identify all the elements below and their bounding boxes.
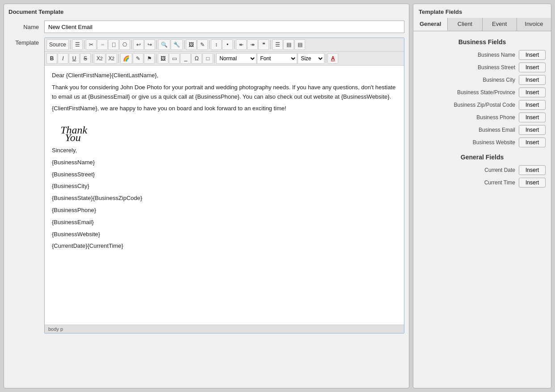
field-row-current-time: Current Time Insert xyxy=(419,178,546,188)
sep6 xyxy=(209,40,210,49)
editor-container: Source ☰ ✂ ⎓ ⎕ ⎔ ↩ ↪ 🔍 🔧 🖼 ✎ ↕ xyxy=(44,38,404,334)
sep9 xyxy=(92,54,92,63)
source-label: Source xyxy=(49,42,66,48)
indent-btn[interactable]: ↠ xyxy=(247,39,258,50)
signature-icon: Thank You xyxy=(52,116,119,143)
image-btn[interactable]: 🖼 xyxy=(186,39,197,50)
strikethrough-btn[interactable]: S xyxy=(80,53,91,64)
undo-btn[interactable]: ↩ xyxy=(133,39,144,50)
body-para2: {ClientFirstName}, we are happy to have … xyxy=(52,104,397,113)
field-label-business-phone: Business Phone xyxy=(419,114,519,121)
cut-btn[interactable]: ✂ xyxy=(86,39,97,50)
sep13 xyxy=(326,54,326,63)
table-btn[interactable]: ▭ xyxy=(169,53,180,64)
copy-btn[interactable]: ⎓ xyxy=(97,39,108,50)
ordered-list-btn[interactable]: ↕ xyxy=(211,39,222,50)
business-phone-text: {BusinessPhone} xyxy=(52,206,397,215)
insert-business-city-btn[interactable]: Insert xyxy=(519,75,546,85)
field-label-current-date: Current Date xyxy=(419,167,519,173)
field-row-current-date: Current Date Insert xyxy=(419,165,546,175)
format-select[interactable]: Normal xyxy=(216,53,256,64)
font-color-btn[interactable]: A xyxy=(328,53,338,64)
sep2 xyxy=(84,40,84,49)
field-row-business-website: Business Website Insert xyxy=(419,138,546,147)
subscript-btn[interactable]: X2 xyxy=(94,53,105,64)
statusbar-text: body p xyxy=(48,326,63,332)
superscript-btn[interactable]: X2 xyxy=(106,53,118,64)
signature-area: Thank You xyxy=(52,116,397,146)
sep7 xyxy=(234,40,235,49)
replace-btn[interactable]: 🔧 xyxy=(171,39,183,50)
insert-business-state-btn[interactable]: Insert xyxy=(519,88,546,97)
align-right-btn[interactable]: ▤ xyxy=(294,39,305,50)
bold-btn[interactable]: B xyxy=(46,53,57,64)
align-center-btn[interactable]: ▤ xyxy=(283,39,294,50)
insert-image-btn[interactable]: 🖼 xyxy=(158,53,168,64)
greeting-text: Dear {ClientFirstName}{ClientLastName}, xyxy=(52,71,397,80)
business-website-text: {BusinessWebsite} xyxy=(52,230,397,239)
paste-btn[interactable]: ⎕ xyxy=(108,39,119,50)
tab-invoice[interactable]: Invoice xyxy=(517,18,551,31)
size-select[interactable]: Size xyxy=(298,53,324,64)
insert-business-phone-btn[interactable]: Insert xyxy=(519,113,546,122)
sincerely-text: Sincerely, xyxy=(52,146,397,155)
paste-text-btn[interactable]: ⎔ xyxy=(119,39,130,50)
underline-btn[interactable]: U xyxy=(69,53,80,64)
tab-general[interactable]: General xyxy=(413,18,448,31)
toolbar-row-1: Source ☰ ✂ ⎓ ⎕ ⎔ ↩ ↪ 🔍 🔧 🖼 ✎ ↕ xyxy=(45,38,404,52)
special-char-btn[interactable]: Ω xyxy=(191,53,202,64)
field-row-business-street: Business Street Insert xyxy=(419,63,546,72)
insert-business-email-btn[interactable]: Insert xyxy=(519,125,546,135)
business-city-text: {BusinessCity} xyxy=(52,182,397,191)
field-label-business-city: Business City xyxy=(419,77,519,83)
insert-business-name-btn[interactable]: Insert xyxy=(519,50,546,60)
toolbar-row-2: B I U S X2 X2 🌈 ✎ ⚑ 🖼 ▭ ⎯ Ω □ Normal xyxy=(45,52,404,66)
line-btn[interactable]: ⎯ xyxy=(180,53,191,64)
field-row-business-city: Business City Insert xyxy=(419,75,546,85)
sep1 xyxy=(70,40,71,49)
insert-current-date-btn[interactable]: Insert xyxy=(519,165,546,175)
redo-btn[interactable]: ↪ xyxy=(144,39,155,50)
sep10 xyxy=(118,54,119,63)
quote-btn[interactable]: ❝ xyxy=(258,39,269,50)
tab-event[interactable]: Event xyxy=(483,18,517,31)
field-label-business-state: Business State/Province xyxy=(419,89,519,96)
text-color-btn[interactable]: 🌈 xyxy=(120,53,132,64)
outdent-btn[interactable]: ↞ xyxy=(236,39,247,50)
business-name-text: {BusinessName} xyxy=(52,158,397,167)
sep3 xyxy=(131,40,132,49)
field-row-business-zip: Business Zip/Postal Code Insert xyxy=(419,100,546,110)
draw-btn[interactable]: ✎ xyxy=(197,39,208,50)
svg-text:You: You xyxy=(65,132,81,143)
source-button[interactable]: Source xyxy=(46,39,69,50)
find-btn[interactable]: 🔍 xyxy=(158,39,170,50)
tab-client[interactable]: Client xyxy=(448,18,482,31)
format-btn[interactable]: ☰ xyxy=(72,39,83,50)
field-label-business-street: Business Street xyxy=(419,64,519,71)
align-left-btn[interactable]: ☰ xyxy=(272,39,283,50)
editor-content[interactable]: Dear {ClientFirstName}{ClientLastName}, … xyxy=(45,66,404,325)
sep12 xyxy=(214,54,215,63)
insert-current-time-btn[interactable]: Insert xyxy=(519,178,546,188)
general-fields-title: General Fields xyxy=(419,154,546,161)
field-label-business-email: Business Email xyxy=(419,127,519,133)
insert-business-website-btn[interactable]: Insert xyxy=(519,138,546,147)
insert-business-street-btn[interactable]: Insert xyxy=(519,63,546,72)
left-panel-title: Document Template xyxy=(8,8,404,15)
fields-content: Business Fields Business Name Insert Bus… xyxy=(413,31,551,196)
right-panel-title: Template Fields xyxy=(413,4,551,18)
highlight-btn[interactable]: ✎ xyxy=(133,53,143,64)
insert-business-zip-btn[interactable]: Insert xyxy=(519,100,546,110)
sep5 xyxy=(184,40,185,49)
template-label: Template xyxy=(8,39,44,46)
field-row-business-name: Business Name Insert xyxy=(419,50,546,60)
italic-btn[interactable]: I xyxy=(58,53,68,64)
field-row-business-state: Business State/Province Insert xyxy=(419,88,546,97)
font-select[interactable]: Font xyxy=(257,53,297,64)
iframe-btn[interactable]: □ xyxy=(202,53,213,64)
flag-btn[interactable]: ⚑ xyxy=(144,53,155,64)
name-input[interactable] xyxy=(44,21,404,33)
business-state-zip-text: {BusinessState}{BusinessZipCode} xyxy=(52,194,397,203)
unordered-list-btn[interactable]: • xyxy=(222,39,233,50)
field-label-business-name: Business Name xyxy=(419,52,519,58)
